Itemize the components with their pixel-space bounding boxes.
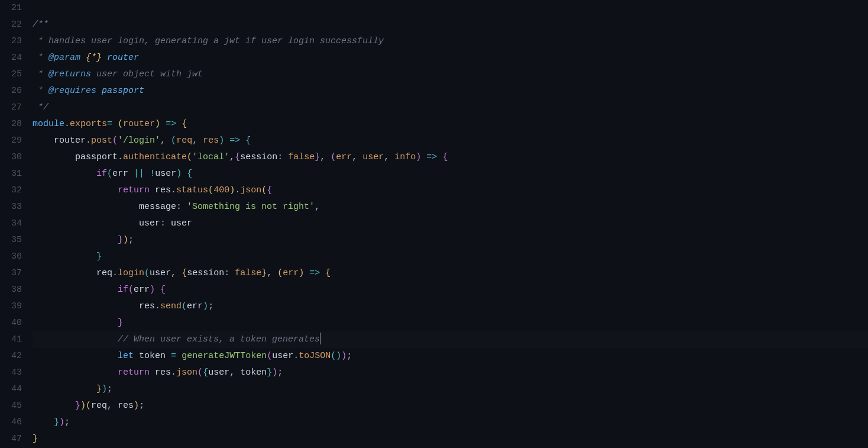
code-line[interactable]: }); — [33, 381, 868, 398]
code-line[interactable]: return res.status(400).json({ — [33, 182, 868, 199]
code-token: 'Something is not right' — [187, 202, 315, 212]
code-token: ; — [346, 351, 352, 361]
code-line[interactable]: res.send(err); — [33, 298, 868, 315]
code-line[interactable] — [33, 0, 868, 17]
code-token: @returns — [48, 69, 91, 79]
code-line[interactable]: message: 'Something is not right', — [33, 199, 868, 215]
code-line[interactable]: })(req, res); — [33, 398, 868, 414]
code-token: err — [187, 301, 203, 311]
code-token: . — [86, 136, 91, 146]
code-token: login — [118, 268, 144, 278]
code-token: { — [235, 152, 240, 162]
code-token: ) — [416, 152, 421, 162]
code-token — [421, 152, 426, 162]
code-line[interactable]: req.login(user, {session: false}, (err) … — [33, 265, 868, 282]
code-area[interactable]: /** * handles user login, generating a j… — [33, 0, 868, 448]
code-token: router — [123, 119, 155, 129]
code-line[interactable]: * @param {*} router — [33, 50, 868, 66]
code-token: passport — [75, 152, 118, 162]
code-line[interactable]: * @requires passport — [33, 83, 868, 99]
code-line[interactable]: }); — [33, 232, 868, 249]
code-line[interactable]: // When user exists, a token generates — [33, 331, 868, 348]
line-number: 24 — [0, 50, 22, 66]
code-token — [33, 136, 54, 146]
code-token: if — [96, 169, 107, 179]
code-token: } — [75, 401, 80, 411]
code-line[interactable]: }); — [33, 414, 868, 431]
code-token — [33, 334, 118, 344]
code-token: } — [118, 235, 123, 245]
code-token: { — [245, 136, 251, 146]
code-token — [240, 136, 245, 146]
code-token — [134, 351, 139, 361]
code-token: } — [315, 152, 320, 162]
code-line[interactable]: /** — [33, 17, 868, 33]
code-token: , — [267, 268, 277, 278]
code-token: { — [442, 152, 448, 162]
code-token: ; — [107, 384, 112, 394]
code-token: { — [203, 368, 208, 378]
code-token: ( — [182, 301, 187, 311]
code-line[interactable]: } — [33, 249, 868, 265]
code-token: ) — [59, 417, 64, 427]
code-token — [283, 152, 288, 162]
code-token: session — [187, 268, 224, 278]
code-token: . — [64, 119, 70, 129]
code-line[interactable]: user: user — [33, 215, 868, 232]
code-line[interactable]: if(err || !user) { — [33, 166, 868, 182]
code-token: ( — [331, 152, 336, 162]
code-token: ( — [107, 169, 112, 179]
code-editor[interactable]: 2122232425262728293031323334353637383940… — [0, 0, 868, 448]
code-line[interactable]: */ — [33, 99, 868, 116]
code-token: exports — [70, 119, 107, 129]
line-number: 27 — [0, 99, 22, 116]
code-token: authenticate — [123, 152, 187, 162]
code-token: res — [155, 368, 171, 378]
code-token: json — [176, 368, 197, 378]
code-line[interactable]: passport.authenticate('local',{session: … — [33, 149, 868, 166]
code-token: * — [33, 86, 48, 96]
code-token: . — [171, 185, 176, 195]
code-token: => — [426, 152, 437, 162]
code-token — [224, 136, 229, 146]
code-line[interactable]: router.post('/login', (req, res) => { — [33, 133, 868, 149]
code-line[interactable]: * @returns user object with jwt — [33, 66, 868, 83]
code-token: session — [240, 152, 277, 162]
code-token — [128, 169, 134, 179]
code-token: } — [96, 384, 102, 394]
line-number: 37 — [0, 265, 22, 282]
code-line[interactable]: * handles user login, generating a jwt i… — [33, 33, 868, 50]
line-number: 42 — [0, 348, 22, 365]
code-token — [150, 185, 155, 195]
code-token: /** — [33, 20, 48, 30]
code-token — [102, 53, 107, 63]
code-token: } — [118, 318, 123, 328]
code-line[interactable]: if(err) { — [33, 282, 868, 298]
code-token: user — [208, 368, 229, 378]
line-number: 45 — [0, 398, 22, 414]
code-line[interactable]: module.exports= (router) => { — [33, 116, 868, 133]
code-token: '/login' — [118, 136, 160, 146]
code-line[interactable]: } — [33, 315, 868, 331]
line-number: 40 — [0, 315, 22, 331]
code-token — [33, 152, 75, 162]
code-token: */ — [33, 102, 48, 112]
code-token — [33, 235, 118, 245]
line-number: 41 — [0, 331, 22, 348]
line-number: 44 — [0, 381, 22, 398]
code-token — [304, 268, 309, 278]
code-token — [155, 285, 160, 295]
code-line[interactable]: return res.json({user, token}); — [33, 365, 868, 381]
line-number: 28 — [0, 116, 22, 133]
code-token: , — [229, 152, 235, 162]
code-token — [33, 169, 96, 179]
line-number: 46 — [0, 414, 22, 431]
code-token: ( — [187, 152, 192, 162]
line-number: 23 — [0, 33, 22, 50]
code-token: res — [139, 301, 155, 311]
code-line[interactable]: let token = generateJWTToken(user.toJSON… — [33, 348, 868, 365]
code-token: info — [394, 152, 416, 162]
code-token: token — [139, 351, 166, 361]
code-line[interactable]: } — [33, 431, 868, 447]
line-number: 34 — [0, 215, 22, 232]
